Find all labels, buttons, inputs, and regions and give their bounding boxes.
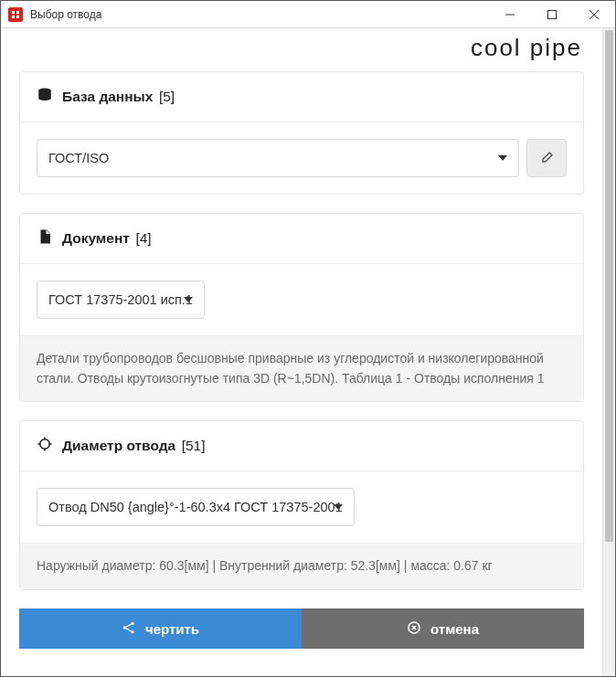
database-title: База данных [62,89,153,104]
window-title: Выбор отвода [30,8,489,21]
svg-point-2 [40,439,50,450]
diameter-title: Диаметр отвода [62,438,175,453]
content-area: cooL pipe База данных [5] [1,28,602,676]
window-controls [489,1,615,27]
document-icon [37,228,53,249]
action-bar: чертить отмена [19,608,584,649]
minimize-button[interactable] [489,1,531,27]
scrollbar-thumb[interactable] [605,30,613,542]
share-icon [122,620,136,638]
document-count: [4] [135,230,151,246]
cancel-button[interactable]: отмена [302,608,584,649]
cancel-button-label: отмена [430,621,479,637]
diameter-description: Наружный диаметр: 60.3[мм] | Внутренний … [20,543,583,589]
document-select[interactable]: ГОСТ 17375-2001 исп.1 [37,280,205,319]
brand-logo: cooL pipe [471,34,582,62]
database-card: База данных [5] ГОСТ/ISO [19,71,584,195]
dialog-window: Выбор отвода cooL pipe [0,0,616,677]
diameter-card: Диаметр отвода [51] Отвод DN50 {angle}°-… [19,420,584,590]
database-count: [5] [159,89,175,104]
crosshair-icon [37,436,53,456]
close-button[interactable] [573,1,615,27]
database-icon [37,87,53,107]
document-title: Документ [62,230,130,246]
maximize-button[interactable] [531,1,573,27]
diameter-count: [51] [182,438,206,453]
draw-button-label: чертить [145,621,199,637]
document-card: Документ [4] ГОСТ 17375-2001 исп.1 Детал… [19,213,584,402]
card-header-diameter: Диаметр отвода [51] [20,421,583,471]
edit-database-button[interactable] [526,139,567,177]
database-select[interactable]: ГОСТ/ISO [37,139,519,177]
svg-rect-0 [548,10,557,18]
card-header-document: Документ [4] [20,214,583,264]
scrollbar[interactable] [602,28,615,676]
card-header-database: База данных [5] [20,72,583,122]
document-description: Детали трубопроводов бесшовные приварные… [20,335,583,401]
draw-button[interactable]: чертить [19,608,302,649]
titlebar: Выбор отвода [1,1,615,28]
app-icon [8,7,23,22]
cancel-icon [407,620,421,638]
diameter-select[interactable]: Отвод DN50 {angle}°-1-60.3x4 ГОСТ 17375-… [37,488,355,526]
